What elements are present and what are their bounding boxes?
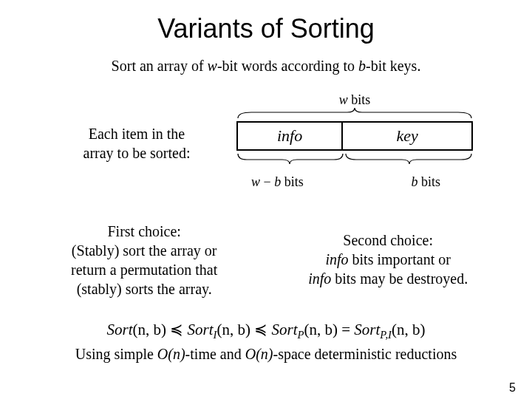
bottom-right-label: b bits <box>411 174 440 190</box>
footer-sentence: Using simple O(n)-time and O(n)-space de… <box>0 346 532 363</box>
bl-minus: − <box>260 174 274 189</box>
bottom-brace-icon <box>236 152 473 164</box>
slide-title: Variants of Sorting <box>0 0 532 44</box>
f-sort1: Sort <box>107 321 133 338</box>
item-description: Each item in the array to be sorted: <box>59 124 214 163</box>
choice2-line1: Second choice: <box>281 231 495 250</box>
intro-prefix: Sort an array of <box>112 58 208 74</box>
choice1-line4: (stably) sorts the array. <box>44 279 244 299</box>
top-w: w <box>339 92 348 107</box>
choice2-info1: info <box>325 251 348 267</box>
footer-suffix: -space deterministic reductions <box>273 346 457 362</box>
bottom-brace-labels: w − b bits b bits <box>236 164 473 194</box>
item-desc-line2: array to be sorted: <box>59 143 214 163</box>
choice2-l3b: bits may be destroyed. <box>331 270 468 287</box>
choices-row: First choice: (Stably) sort the array or… <box>0 222 532 299</box>
complexity-formula: Sort(n, b) ≼ SortI(n, b) ≼ SortP(n, b) =… <box>0 321 532 341</box>
top-brace-label: w bits <box>236 92 473 108</box>
intro-b: b <box>358 58 366 74</box>
footer-prefix: Using simple <box>75 346 157 362</box>
f-a1: (n, b) <box>133 321 167 338</box>
choice2-line2: info bits important or <box>281 250 495 269</box>
intro-suffix: -bit keys. <box>366 58 420 74</box>
f-a2: (n, b) <box>216 321 250 338</box>
top-brace-icon <box>236 108 473 120</box>
word-box: info key <box>236 121 473 151</box>
key-cell: key <box>343 123 471 149</box>
bl-w: w <box>251 174 260 189</box>
f-sort4: Sort <box>354 321 380 338</box>
f-eq: = <box>338 321 354 338</box>
f-le1: ≼ <box>166 321 188 338</box>
f-s4: P,I <box>380 329 392 341</box>
br-bits: bits <box>417 174 440 189</box>
f-le2: ≼ <box>250 321 272 338</box>
page-number: 5 <box>509 381 516 395</box>
choice2-info2: info <box>308 270 331 287</box>
f-a4: (n, b) <box>392 321 426 338</box>
word-diagram: w bits info key w − b bits b bits <box>236 92 473 194</box>
mid-row: Each item in the array to be sorted: w b… <box>0 92 532 194</box>
choice1-line3: return a permutation that <box>44 260 244 279</box>
choice2-line3: info bits may be destroyed. <box>281 269 495 288</box>
footer-mid: -time and <box>185 346 245 362</box>
item-desc-line1: Each item in the <box>59 124 214 143</box>
choice1-line1: First choice: <box>44 222 244 241</box>
intro-sentence: Sort an array of w-bit words according t… <box>0 58 532 75</box>
top-bits: bits <box>348 92 371 107</box>
intro-w: w <box>208 58 217 74</box>
choice1-line2: (Stably) sort the array or <box>44 241 244 260</box>
f-sort2: Sort <box>188 321 214 338</box>
intro-mid: -bit words according to <box>217 58 358 74</box>
f-a3: (n, b) <box>304 321 338 338</box>
choice2-l2b: bits important or <box>349 251 451 267</box>
first-choice: First choice: (Stably) sort the array or… <box>44 222 244 299</box>
info-cell: info <box>238 123 343 149</box>
bottom-left-label: w − b bits <box>251 174 304 190</box>
footer-on2: O(n) <box>245 346 273 362</box>
bl-b: b <box>274 174 281 189</box>
f-sort3: Sort <box>271 321 297 338</box>
bl-bits: bits <box>281 174 304 189</box>
second-choice: Second choice: info bits important or in… <box>281 231 495 299</box>
footer-on1: O(n) <box>157 346 185 362</box>
